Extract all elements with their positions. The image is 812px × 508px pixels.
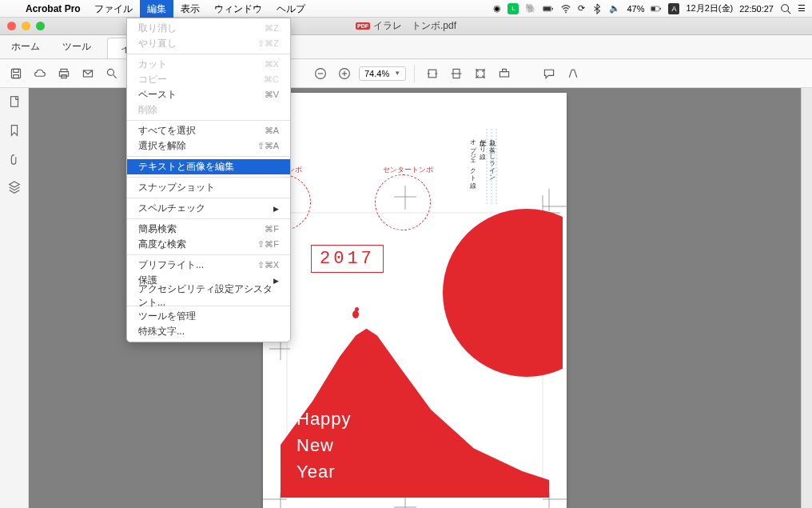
window-titlebar: PDF イラレ トンボ.pdf (0, 18, 812, 35)
macos-menubar: Acrobat Pro ファイル 編集 表示 ウィンドウ ヘルプ ◉ L 🐘 ⟳… (0, 0, 812, 18)
fit-width-icon[interactable] (423, 64, 442, 83)
date-text: 12月2日(金) (686, 2, 733, 14)
spotlight-icon[interactable] (780, 3, 791, 14)
close-window[interactable] (7, 22, 16, 30)
menu-accessibility[interactable]: アクセシビリティ設定アシスタント... (127, 288, 290, 303)
menu-manage-tools[interactable]: ツールを管理 (127, 309, 290, 324)
zoom-in-icon[interactable] (335, 64, 354, 83)
toolbar: 74.4% ▼ (0, 59, 812, 88)
title-text: イラレ トンボ.pdf (373, 19, 456, 33)
menu-paste[interactable]: ペースト⌘V (127, 87, 290, 102)
time-text: 22:50:27 (739, 4, 774, 14)
svg-point-16 (107, 69, 113, 75)
svg-point-7 (782, 4, 789, 11)
menu-select-all[interactable]: すべてを選択⌘A (127, 123, 290, 138)
zoom-value: 74.4% (364, 69, 389, 78)
menu-help[interactable]: ヘルプ (269, 0, 312, 18)
svg-rect-6 (652, 6, 656, 10)
svg-rect-28 (503, 69, 507, 71)
fit-page-icon[interactable] (447, 64, 466, 83)
svg-rect-2 (544, 6, 551, 10)
layers-panel-icon[interactable] (7, 181, 22, 198)
svg-rect-5 (660, 7, 661, 9)
year-text: 2017 (320, 249, 375, 269)
svg-rect-29 (10, 97, 18, 107)
greeting-line-1: Happy (297, 406, 352, 432)
sync-icon[interactable]: ⟳ (578, 3, 585, 14)
cloud-icon[interactable] (30, 64, 50, 83)
svg-point-3 (566, 11, 567, 13)
menu-copy: コピー⌘C (127, 72, 290, 87)
wifi-icon[interactable] (560, 3, 571, 14)
vertical-scrollbar[interactable] (801, 88, 812, 508)
menubar-status: ◉ L 🐘 ⟳ 🔈 47% A 12月2日(金) 22:50:27 ☰ (493, 2, 812, 14)
search-icon[interactable] (102, 64, 121, 83)
chevron-down-icon: ▼ (394, 70, 400, 77)
menu-find[interactable]: 簡易検索⌘F (127, 222, 290, 237)
svg-rect-9 (11, 69, 20, 78)
rooster-icon (351, 307, 360, 318)
year-box: 2017 (311, 245, 384, 273)
menu-preflight[interactable]: プリフライト...⇧⌘X (127, 258, 290, 273)
print-icon[interactable] (54, 64, 74, 83)
edit-menu-dropdown: 取り消し⌘Z やり直し⇧⌘Z カット⌘X コピー⌘C ペースト⌘V 削除 すべて… (126, 18, 291, 342)
mail-icon[interactable] (78, 64, 98, 83)
pages-panel-icon[interactable] (7, 94, 22, 112)
menu-redo: やり直し⇧⌘Z (127, 36, 290, 51)
menu-file[interactable]: ファイル (87, 0, 140, 18)
battery-small-icon[interactable] (651, 3, 662, 14)
minimize-window[interactable] (22, 22, 30, 30)
volume-icon[interactable]: 🔈 (609, 3, 620, 14)
document-title: PDF イラレ トンボ.pdf (356, 19, 456, 33)
save-icon[interactable] (6, 64, 26, 83)
svg-rect-10 (14, 69, 18, 72)
notification-icon[interactable]: ☰ (798, 3, 806, 14)
svg-line-8 (788, 10, 791, 14)
greeting-line-3: Year (297, 458, 352, 485)
svg-rect-11 (14, 74, 18, 78)
battery-icon[interactable] (543, 3, 554, 14)
svg-line-17 (113, 74, 117, 78)
bluetooth-icon[interactable] (591, 3, 603, 14)
line-icon[interactable]: L (508, 3, 519, 14)
traffic-lights (0, 22, 45, 30)
battery-text: 47% (627, 4, 644, 14)
menu-edit-text-images[interactable]: テキストと画像を編集 (127, 159, 290, 174)
main-area: トンボ センタートンボ 裁ち落としライン 仕上がり線 オブジェクト線 (0, 88, 812, 508)
left-rail (0, 88, 29, 508)
input-mode[interactable]: A (668, 3, 679, 14)
menu-edit[interactable]: 編集 (140, 0, 173, 18)
fit-height-icon[interactable] (471, 64, 490, 83)
svg-rect-1 (552, 7, 553, 9)
menu-spellcheck[interactable]: スペルチェック▶ (127, 201, 290, 216)
attachment-panel-icon[interactable] (7, 152, 22, 170)
cc-icon[interactable]: ◉ (493, 3, 501, 14)
home-button[interactable]: ホーム (0, 34, 51, 58)
bookmark-panel-icon[interactable] (7, 123, 22, 141)
menu-cut: カット⌘X (127, 57, 290, 72)
pdf-badge: PDF (356, 22, 370, 30)
menu-snapshot[interactable]: スナップショット (127, 180, 290, 195)
comment-icon[interactable] (539, 64, 559, 83)
highlight-icon[interactable] (563, 64, 583, 83)
tab-bar: ホーム ツール イラ (0, 35, 812, 59)
zoom-out-icon[interactable] (311, 64, 330, 83)
svg-rect-27 (500, 71, 509, 76)
menu-delete: 削除 (127, 102, 290, 118)
menu-special-chars[interactable]: 特殊文字... (127, 324, 290, 339)
svg-rect-13 (59, 71, 68, 76)
menu-view[interactable]: 表示 (173, 0, 207, 18)
menu-advanced-find[interactable]: 高度な検索⇧⌘F (127, 237, 290, 252)
menu-window[interactable]: ウィンドウ (207, 0, 269, 18)
evernote-icon[interactable]: 🐘 (525, 3, 536, 14)
zoom-window[interactable] (36, 22, 45, 30)
tools-button[interactable]: ツール (51, 34, 102, 58)
greeting-line-2: New (297, 432, 352, 458)
pdf-page: トンボ センタートンボ 裁ち落としライン 仕上がり線 オブジェクト線 (263, 93, 567, 508)
zoom-dropdown[interactable]: 74.4% ▼ (359, 66, 406, 81)
menu-undo: 取り消し⌘Z (127, 21, 290, 36)
read-mode-icon[interactable] (495, 64, 514, 83)
app-name[interactable]: Acrobat Pro (19, 3, 87, 14)
menu-deselect[interactable]: 選択を解除⇧⌘A (127, 138, 290, 154)
greeting-text: Happy New Year (297, 406, 352, 485)
